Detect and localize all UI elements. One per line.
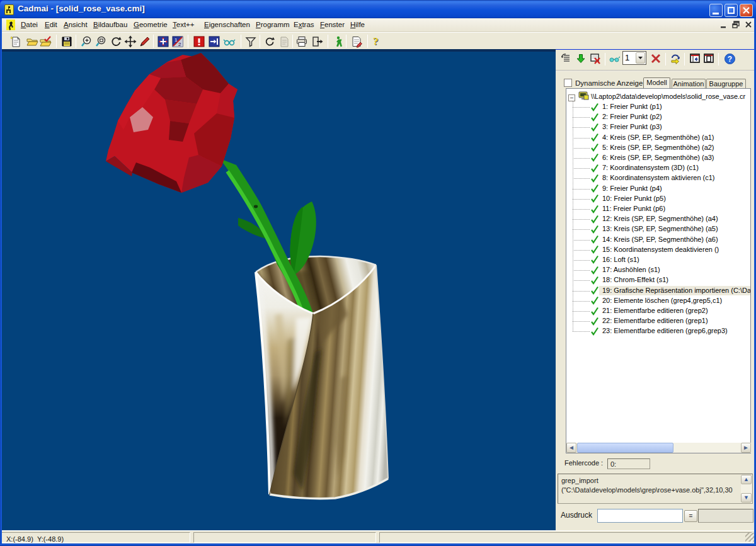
svg-text:2: 2 xyxy=(178,42,181,47)
svg-text:?: ? xyxy=(373,35,379,47)
svg-text:1: 1 xyxy=(175,37,178,43)
